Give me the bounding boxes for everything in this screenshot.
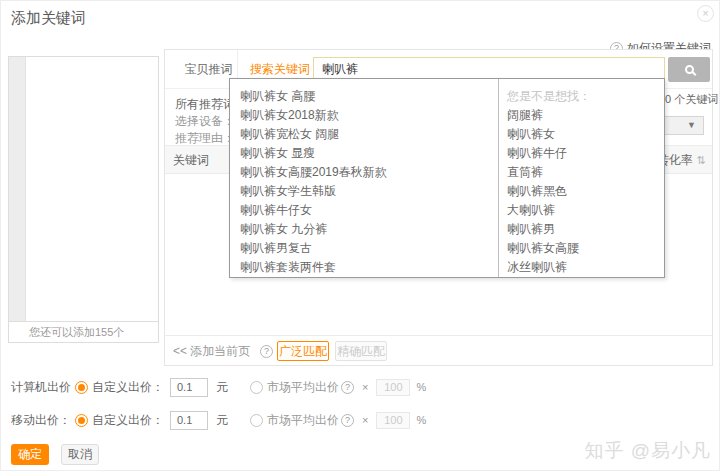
- suggest-item[interactable]: 喇叭裤女学生韩版: [240, 182, 498, 201]
- mobile-bid-label: 移动出价：: [11, 412, 75, 429]
- custom-bid-radio[interactable]: [75, 381, 88, 394]
- add-keywords-dialog: 添加关键词 × ? 如何设置关键词 您还可以添加155个 宝贝推词 搜索关键词 …: [0, 0, 720, 471]
- mobile-bid-row: 移动出价： 自定义出价： 元 市场平均出价 ? × %: [1, 409, 720, 431]
- market-avg-radio[interactable]: [250, 414, 263, 427]
- computer-percent-input[interactable]: [376, 379, 410, 396]
- suggest-item[interactable]: 喇叭裤女 高腰: [240, 87, 498, 106]
- search-suggestion-dropdown: 喇叭裤女 高腰喇叭裤女2018新款喇叭裤宽松女 阔腿喇叭裤女 显瘦喇叭裤女高腰2…: [229, 78, 665, 278]
- suggest-item[interactable]: 喇叭裤黑色: [507, 182, 664, 201]
- multiply-sign: ×: [362, 381, 368, 393]
- suggest-item[interactable]: 阔腿裤: [507, 106, 664, 125]
- search-icon: [685, 65, 694, 74]
- custom-bid-radio[interactable]: [75, 414, 88, 427]
- exact-match-button[interactable]: 精确匹配: [335, 341, 387, 361]
- suggest-item[interactable]: 喇叭裤女高腰2019春秋新款: [240, 163, 498, 182]
- watermark: 知乎 @易小凡: [584, 438, 711, 464]
- add-current-page-link[interactable]: << 添加当前页: [173, 336, 250, 366]
- suggest-item[interactable]: 喇叭裤牛仔女: [240, 201, 498, 220]
- suggest-item[interactable]: 大喇叭裤: [507, 201, 664, 220]
- suggest-item[interactable]: 喇叭裤女高腰: [507, 239, 664, 258]
- related-items-container: 阔腿裤喇叭裤女喇叭裤牛仔直筒裤喇叭裤黑色大喇叭裤喇叭裤男喇叭裤女高腰冰丝喇叭裤: [507, 106, 664, 277]
- computer-bid-row: 计算机出价： 自定义出价： 元 市场平均出价 ? × %: [1, 376, 720, 398]
- broad-match-button[interactable]: 广泛匹配: [277, 341, 329, 361]
- sidebar-gutter: [9, 57, 26, 322]
- custom-bid-label: 自定义出价：: [92, 412, 164, 429]
- question-circle-icon: ?: [260, 345, 273, 358]
- mobile-percent-input[interactable]: [376, 412, 410, 429]
- suggest-item[interactable]: 喇叭裤男复古: [240, 239, 498, 258]
- question-circle-icon: ?: [341, 381, 354, 394]
- market-avg-label: 市场平均出价: [267, 412, 339, 429]
- market-avg-label: 市场平均出价: [267, 379, 339, 396]
- confirm-button[interactable]: 确定: [11, 444, 49, 465]
- remaining-count-note: 您还可以添加155个: [9, 321, 158, 342]
- selected-keywords-box: 您还可以添加155个: [8, 56, 159, 343]
- suggest-item[interactable]: 冰丝喇叭裤: [507, 258, 664, 277]
- custom-bid-label: 自定义出价：: [92, 379, 164, 396]
- suggest-item[interactable]: 直筒裤: [507, 163, 664, 182]
- page-title: 添加关键词: [11, 9, 86, 28]
- column-keyword: 关键词: [173, 146, 209, 175]
- filter-device-label: 选择设备：: [175, 113, 235, 130]
- question-circle-icon: ?: [341, 414, 354, 427]
- percent-sign: %: [416, 381, 426, 393]
- multiply-sign: ×: [362, 414, 368, 426]
- cancel-button[interactable]: 取消: [61, 444, 99, 465]
- suggest-item[interactable]: 喇叭裤牛仔: [507, 144, 664, 163]
- suggest-item[interactable]: 喇叭裤宽松女 阔腿: [240, 125, 498, 144]
- chevron-down-icon: ▼: [687, 120, 696, 130]
- sort-arrows-icon: ⇅: [696, 154, 705, 166]
- suggest-item[interactable]: 喇叭裤女 显瘦: [240, 144, 498, 163]
- yuan-unit-label: 元: [216, 412, 228, 429]
- suggest-item[interactable]: 喇叭裤女 九分裤: [240, 220, 498, 239]
- suggest-item[interactable]: 喇叭裤套装两件套: [240, 258, 498, 277]
- yuan-unit-label: 元: [216, 379, 228, 396]
- panel-footer: << 添加当前页 ? 广泛匹配 精确匹配: [165, 335, 712, 365]
- computer-bid-input[interactable]: [170, 378, 208, 397]
- search-button[interactable]: [668, 57, 710, 82]
- suggest-item[interactable]: 喇叭裤女2018新款: [240, 106, 498, 125]
- related-search-list: 您是不是想找： 阔腿裤喇叭裤女喇叭裤牛仔直筒裤喇叭裤黑色大喇叭裤喇叭裤男喇叭裤女…: [499, 79, 664, 277]
- related-search-header: 您是不是想找：: [507, 87, 664, 106]
- computer-bid-label: 计算机出价：: [11, 379, 75, 396]
- mobile-bid-input[interactable]: [170, 411, 208, 430]
- keyword-count: 0 个关键词: [665, 92, 718, 107]
- suggest-item[interactable]: 喇叭裤男: [507, 220, 664, 239]
- market-avg-radio[interactable]: [250, 381, 263, 394]
- suggest-item[interactable]: 喇叭裤女: [507, 125, 664, 144]
- suggestion-list: 喇叭裤女 高腰喇叭裤女2018新款喇叭裤宽松女 阔腿喇叭裤女 显瘦喇叭裤女高腰2…: [230, 79, 499, 277]
- percent-sign: %: [416, 414, 426, 426]
- close-icon[interactable]: ×: [697, 5, 714, 22]
